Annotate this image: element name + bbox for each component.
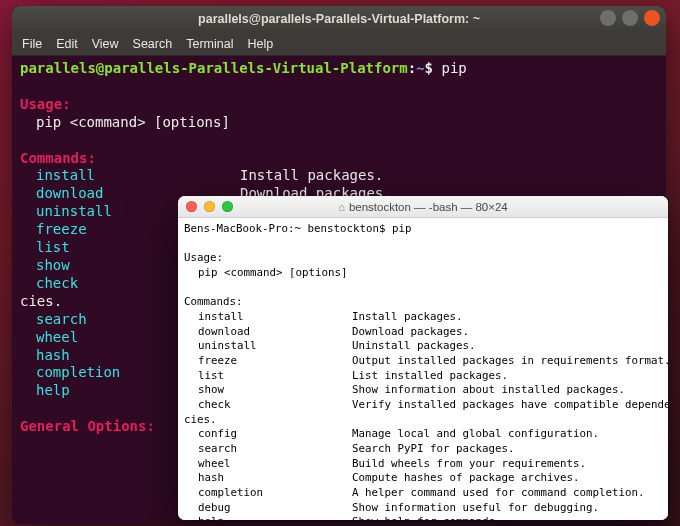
command-row: freezeOutput installed packages in requi…: [184, 354, 662, 369]
mac-prompt: Bens-MacBook-Pro:~ benstockton$: [184, 222, 392, 235]
command-desc: Show help for commands.: [352, 515, 502, 520]
command-name: install: [184, 310, 352, 325]
mac-window-title: benstockton — -bash — 80×24: [349, 201, 508, 213]
command-name: search: [184, 442, 352, 457]
command-name: uninstall: [184, 339, 352, 354]
home-icon: ⌂: [338, 201, 345, 213]
command-desc: Show information about installed package…: [352, 383, 625, 396]
command-row: checkVerify installed packages have comp…: [184, 398, 662, 413]
command-name: download: [184, 325, 352, 340]
command-row: configManage local and global configurat…: [184, 427, 662, 442]
general-options-heading: General Options:: [20, 418, 155, 434]
command-row: downloadDownload packages.: [184, 325, 662, 340]
command-row: installInstall packages.: [184, 310, 662, 325]
command-name: check: [184, 398, 352, 413]
command-row: debugShow information useful for debuggi…: [184, 501, 662, 516]
command-name: config: [184, 427, 352, 442]
command-desc: Search PyPI for packages.: [352, 442, 515, 455]
usage-heading: Usage:: [20, 96, 71, 112]
command-desc: Verify installed packages have compatibl…: [352, 398, 668, 411]
command-name: show: [184, 383, 352, 398]
command-name: freeze: [184, 354, 352, 369]
command-name: list: [184, 369, 352, 384]
command-row: showShow information about installed pac…: [184, 383, 662, 398]
wrapped-text: cies.: [184, 413, 217, 426]
ubuntu-titlebar[interactable]: parallels@parallels-Parallels-Virtual-Pl…: [12, 6, 666, 32]
maximize-button[interactable]: [622, 10, 638, 26]
mac-terminal-window: ⌂ benstockton — -bash — 80×24 Bens-MacBo…: [178, 196, 668, 520]
close-button[interactable]: [186, 201, 197, 212]
command-desc: Compute hashes of package archives.: [352, 471, 580, 484]
command-name: hash: [184, 471, 352, 486]
prompt-path: ~: [416, 60, 424, 76]
command-name: debug: [184, 501, 352, 516]
command-row: installInstall packages.: [20, 167, 658, 185]
typed-command: pip: [392, 222, 412, 235]
typed-command: pip: [441, 60, 466, 76]
command-name: completion: [184, 486, 352, 501]
command-desc: A helper command used for command comple…: [352, 486, 645, 499]
menu-edit[interactable]: Edit: [56, 37, 78, 51]
command-name: wheel: [184, 457, 352, 472]
command-desc: Build wheels from your requirements.: [352, 457, 586, 470]
usage-heading: Usage:: [184, 251, 223, 264]
command-row: wheelBuild wheels from your requirements…: [184, 457, 662, 472]
mac-titlebar[interactable]: ⌂ benstockton — -bash — 80×24: [178, 196, 668, 218]
prompt-dollar: $: [425, 60, 442, 76]
menu-help[interactable]: Help: [247, 37, 273, 51]
menu-file[interactable]: File: [22, 37, 42, 51]
ubuntu-window-controls: [600, 10, 660, 26]
command-row: searchSearch PyPI for packages.: [184, 442, 662, 457]
minimize-button[interactable]: [204, 201, 215, 212]
menu-view[interactable]: View: [92, 37, 119, 51]
command-desc: Uninstall packages.: [352, 339, 476, 352]
menu-search[interactable]: Search: [133, 37, 173, 51]
commands-heading: Commands:: [20, 150, 96, 166]
command-row: completionA helper command used for comm…: [184, 486, 662, 501]
mac-terminal-body[interactable]: Bens-MacBook-Pro:~ benstockton$ pip Usag…: [178, 218, 668, 520]
command-row: helpShow help for commands.: [184, 515, 662, 520]
usage-line: pip <command> [options]: [20, 114, 230, 130]
command-row: hashCompute hashes of package archives.: [184, 471, 662, 486]
minimize-button[interactable]: [600, 10, 616, 26]
command-name: install: [20, 167, 240, 185]
command-desc: List installed packages.: [352, 369, 508, 382]
wrapped-text: cies.: [20, 293, 62, 309]
ubuntu-menubar: File Edit View Search Terminal Help: [12, 32, 666, 56]
zoom-button[interactable]: [222, 201, 233, 212]
close-button[interactable]: [644, 10, 660, 26]
prompt-user: parallels@parallels-Parallels-Virtual-Pl…: [20, 60, 408, 76]
command-name: help: [184, 515, 352, 520]
command-desc: Download packages.: [352, 325, 469, 338]
command-row: listList installed packages.: [184, 369, 662, 384]
ubuntu-window-title: parallels@parallels-Parallels-Virtual-Pl…: [198, 12, 480, 26]
prompt-colon: :: [408, 60, 416, 76]
command-row: uninstallUninstall packages.: [184, 339, 662, 354]
command-desc: Install packages.: [240, 167, 383, 183]
menu-terminal[interactable]: Terminal: [186, 37, 233, 51]
mac-window-controls: [186, 201, 233, 212]
command-desc: Output installed packages in requirement…: [352, 354, 668, 367]
command-desc: Install packages.: [352, 310, 463, 323]
command-desc: Show information useful for debugging.: [352, 501, 599, 514]
command-desc: Manage local and global configuration.: [352, 427, 599, 440]
commands-heading: Commands:: [184, 295, 243, 308]
usage-line: pip <command> [options]: [184, 266, 348, 279]
